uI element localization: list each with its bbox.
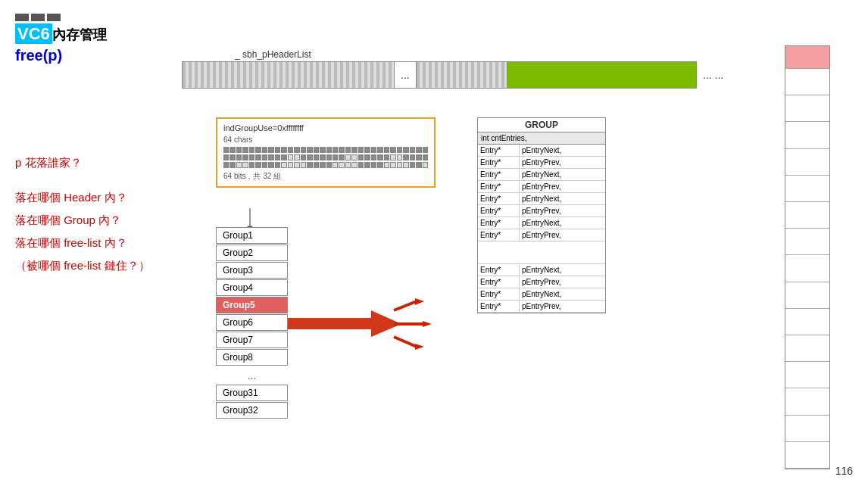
entry-col1: Entry* — [478, 301, 520, 312]
bit-cell — [249, 154, 254, 160]
group-item-8[interactable]: Group8 — [216, 349, 288, 366]
bit-cell — [268, 147, 273, 153]
group-table-row: Entry* pEntryPrev, — [478, 229, 605, 241]
right-bar-cell-7 — [785, 229, 829, 255]
group-item-1[interactable]: Group1 — [216, 227, 288, 244]
entry-col1: Entry* — [478, 229, 520, 241]
bit-cell — [294, 162, 299, 168]
logo-free: free(p) — [15, 47, 107, 64]
svg-line-1 — [394, 301, 417, 310]
group-item-31[interactable]: Group31 — [216, 385, 288, 401]
group-item-7[interactable]: Group7 — [216, 332, 288, 348]
bit-cell — [314, 162, 319, 168]
entry-col2: pEntryPrev, — [520, 276, 605, 288]
bit-cell — [345, 162, 351, 168]
right-bar-cell-14 — [785, 416, 829, 442]
right-bar-cell-4 — [785, 149, 829, 176]
right-bar-cell-11 — [785, 335, 829, 362]
bit-cell — [262, 147, 267, 153]
entry-col1: Entry* — [478, 288, 520, 300]
bit-cell — [364, 154, 370, 160]
bit-cell — [410, 154, 415, 160]
right-bar-cell-2 — [785, 95, 829, 122]
bit-cell — [326, 154, 332, 160]
bit-cell — [281, 154, 286, 160]
bit-cell — [301, 162, 306, 168]
entry-col2: pEntryNext, — [520, 193, 605, 204]
entry-col1: Entry* — [478, 205, 520, 217]
entry-col2: pEntryNext, — [520, 264, 605, 276]
bit-cell — [397, 162, 402, 168]
bit-cell — [307, 162, 312, 168]
logo-subtitle: 內存管理 — [52, 27, 107, 42]
bit-cell — [281, 147, 286, 153]
svg-marker-0 — [288, 310, 401, 337]
svg-line-3 — [394, 337, 417, 347]
hb-dots2: ... ... — [697, 69, 729, 81]
right-bar-cell-12 — [785, 362, 829, 388]
entry-col2: pEntryPrev, — [520, 181, 605, 192]
page-number: 116 — [835, 465, 853, 477]
group-table-row-b3: Entry* pEntryNext, — [478, 288, 605, 301]
group-table-row: Entry* pEntryNext, — [478, 193, 605, 205]
entry-col1: Entry* — [478, 217, 520, 229]
group-table-row-b1: Entry* pEntryNext, — [478, 264, 605, 276]
bit-cell — [236, 147, 242, 153]
bit-cell — [326, 147, 332, 153]
entry-col1: Entry* — [478, 264, 520, 276]
hb-dots: ... — [395, 62, 417, 88]
bit-cell — [345, 147, 351, 153]
group-table-header: int cntEntries, — [478, 132, 605, 145]
entry-col2: pEntryPrev, — [520, 229, 605, 241]
group-table-row-b4: Entry* pEntryPrev, — [478, 301, 605, 313]
bit-cell — [268, 162, 273, 168]
bit-cell — [255, 154, 261, 160]
bit-row-1 — [223, 147, 428, 153]
bit-cell — [255, 147, 261, 153]
bit-cell — [384, 147, 389, 153]
bit-cell — [423, 147, 428, 153]
bit-cell — [223, 154, 229, 160]
header-bar: ... ... ... — [182, 61, 757, 89]
bit-cell — [320, 147, 325, 153]
bit-cell — [403, 154, 408, 160]
group-item-3[interactable]: Group3 — [216, 262, 288, 279]
bit-cell — [358, 147, 364, 153]
bit-cell — [339, 162, 344, 168]
group-item-4[interactable]: Group4 — [216, 279, 288, 296]
entry-col2: pEntryNext, — [520, 169, 605, 180]
bit-cell — [351, 147, 357, 153]
bit-cell — [314, 147, 319, 153]
bit-cell — [416, 162, 421, 168]
entry-col2: pEntryNext, — [520, 145, 605, 156]
bit-row-2 — [223, 154, 428, 160]
logo-title: VC6內存管理 — [15, 24, 107, 44]
right-bar-cell-15 — [785, 442, 829, 469]
bit-cell — [236, 154, 242, 160]
right-bar-cell-10 — [785, 309, 829, 335]
group-table-row-b2: Entry* pEntryPrev, — [478, 276, 605, 288]
bit-cell — [268, 154, 273, 160]
group-table: GROUP int cntEntries, Entry* pEntryNext,… — [477, 117, 606, 313]
entry-col1: Entry* — [478, 181, 520, 192]
right-bar-cell-6 — [785, 202, 829, 229]
bit-cell — [229, 162, 235, 168]
entry-col1: Entry* — [478, 157, 520, 168]
group-item-6[interactable]: Group6 — [216, 314, 288, 331]
svg-marker-4 — [415, 298, 424, 305]
bit-cell — [294, 147, 299, 153]
bit-cell — [249, 147, 254, 153]
bit-cell — [403, 162, 408, 168]
logo-vc6: VC6 — [15, 23, 52, 44]
group-table-row: Entry* pEntryNext, — [478, 169, 605, 181]
ind-group-bottom: 64 bits，共 32 組 — [223, 171, 428, 182]
entry-col1: Entry* — [478, 193, 520, 204]
right-bar-cell-9 — [785, 282, 829, 309]
group-table-row: Entry* pEntryPrev, — [478, 181, 605, 193]
bit-cell — [301, 147, 306, 153]
group-item-2[interactable]: Group2 — [216, 245, 288, 261]
group-item-32[interactable]: Group32 — [216, 402, 288, 419]
entry-col2: pEntryNext, — [520, 217, 605, 229]
logo-area: VC6內存管理 free(p) — [15, 14, 107, 64]
group-item-5[interactable]: Group5 — [216, 297, 288, 313]
